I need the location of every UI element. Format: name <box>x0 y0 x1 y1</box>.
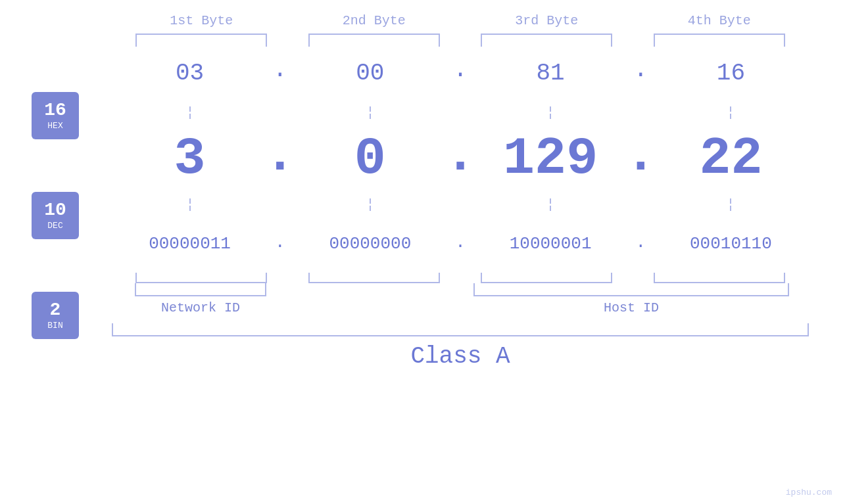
bin-cell-2: 00000000 <box>298 234 443 254</box>
dec-badge: 10 DEC <box>32 192 79 239</box>
hex-badge-num: 16 <box>44 101 66 120</box>
equals-row-2 <box>102 191 819 218</box>
bottom-bracket-3 <box>481 273 612 283</box>
bin-row: 00000011 . 00000000 . 10000001 . 0001011… <box>102 218 819 270</box>
badges-column: 16 HEX 10 DEC 2 BIN <box>32 92 79 339</box>
hex-value-2: 00 <box>356 60 384 87</box>
hex-value-1: 03 <box>176 60 204 87</box>
dec-value-2: 0 <box>354 129 386 189</box>
bottom-bracket-1 <box>135 273 267 283</box>
dec-cell-1: 3 <box>118 129 262 189</box>
byte-headers: 1st Byte 2nd Byte 3rd Byte 4th Byte <box>115 0 806 28</box>
bin-cell-1: 00000011 <box>118 234 262 254</box>
bin-value-1: 00000011 <box>149 234 231 254</box>
byte-header-4: 4th Byte <box>647 13 792 28</box>
equals-cell-1b <box>118 198 262 211</box>
class-section: Class A <box>102 323 819 370</box>
bin-value-3: 10000001 <box>510 234 592 254</box>
dec-value-1: 3 <box>174 129 206 189</box>
dot-dec-2: . <box>447 126 473 192</box>
bin-value-2: 00000000 <box>329 234 411 254</box>
dot-hex-2: . <box>447 57 473 90</box>
dec-cell-4: 22 <box>658 129 803 189</box>
host-id-section: Host ID <box>457 283 806 315</box>
top-bracket-2 <box>308 34 440 47</box>
byte-header-3: 3rd Byte <box>474 13 619 28</box>
bin-badge-num: 2 <box>50 301 61 319</box>
hex-cell-1: 03 <box>118 60 262 87</box>
network-id-section: Network ID <box>115 283 286 315</box>
dot-bin-1: . <box>267 233 293 256</box>
host-id-label: Host ID <box>604 300 659 315</box>
bin-badge-label: BIN <box>47 321 62 331</box>
equals-cell-2b <box>298 198 443 211</box>
equals-cell-4a <box>658 106 803 119</box>
dot-dec-3: . <box>627 126 654 192</box>
class-bracket <box>112 323 809 336</box>
dec-badge-num: 10 <box>44 201 66 219</box>
equals-cell-4b <box>658 198 803 211</box>
dot-bin-2: . <box>447 233 473 256</box>
equals-row-1 <box>102 99 819 126</box>
dot-hex-3: . <box>627 57 654 90</box>
bottom-bin-brackets <box>115 273 806 283</box>
hex-row: 03 . 00 . 81 . 16 <box>102 47 819 99</box>
network-id-bracket <box>135 283 266 296</box>
network-id-label: Network ID <box>161 300 240 315</box>
watermark: ipshu.com <box>786 488 832 497</box>
hex-badge-label: HEX <box>47 121 62 131</box>
bin-cell-3: 10000001 <box>478 234 623 254</box>
bin-badge: 2 BIN <box>32 292 79 339</box>
dec-cell-3: 129 <box>478 129 623 189</box>
host-id-bracket <box>473 283 789 296</box>
equals-cell-3a <box>478 106 623 119</box>
byte-header-1: 1st Byte <box>129 13 274 28</box>
dot-hex-1: . <box>267 57 293 90</box>
top-brackets <box>115 34 806 47</box>
bin-cell-4: 00010110 <box>658 234 803 254</box>
dec-badge-label: DEC <box>47 221 62 231</box>
bottom-bracket-4 <box>654 273 785 283</box>
bin-value-4: 00010110 <box>690 234 772 254</box>
equals-cell-2a <box>298 106 443 119</box>
equals-cell-1a <box>118 106 262 119</box>
bottom-bracket-2 <box>308 273 440 283</box>
byte-header-2: 2nd Byte <box>302 13 447 28</box>
top-bracket-4 <box>654 34 785 47</box>
top-bracket-1 <box>135 34 267 47</box>
dot-dec-1: . <box>267 126 293 192</box>
main-container: 16 HEX 10 DEC 2 BIN 1st Byte 2nd Byte 3r… <box>0 0 845 504</box>
grid-area: 1st Byte 2nd Byte 3rd Byte 4th Byte 03 .… <box>102 0 819 370</box>
id-section: Network ID Host ID <box>102 283 819 315</box>
hex-value-4: 16 <box>717 60 745 87</box>
class-label: Class A <box>410 343 510 370</box>
equals-cell-3b <box>478 198 623 211</box>
hex-cell-2: 00 <box>298 60 443 87</box>
hex-value-3: 81 <box>537 60 565 87</box>
dec-value-3: 129 <box>503 129 598 189</box>
dec-cell-2: 0 <box>298 129 443 189</box>
dec-value-4: 22 <box>699 129 762 189</box>
hex-cell-4: 16 <box>658 60 803 87</box>
top-bracket-3 <box>481 34 612 47</box>
dot-bin-3: . <box>627 233 654 256</box>
dec-row: 3 . 0 . 129 . 22 <box>102 126 819 191</box>
hex-cell-3: 81 <box>478 60 623 87</box>
hex-badge: 16 HEX <box>32 92 79 139</box>
